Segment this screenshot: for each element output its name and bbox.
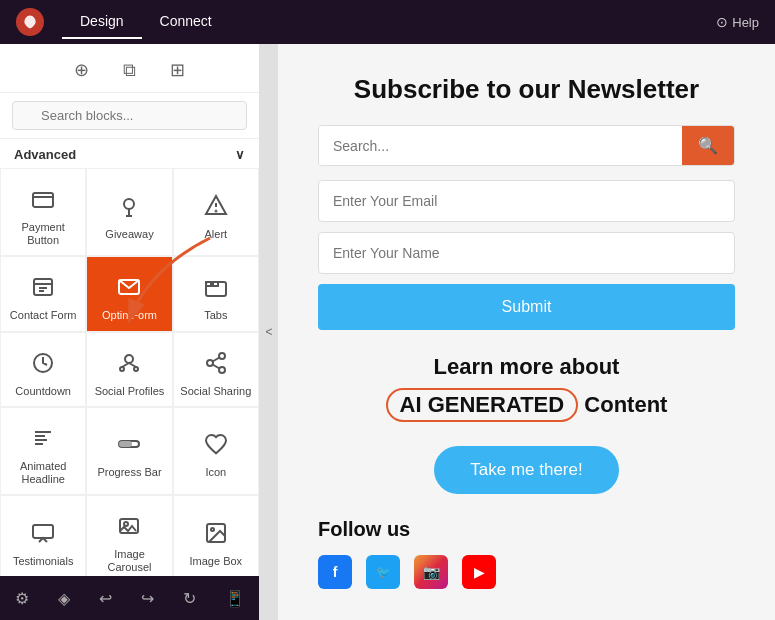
- instagram-icon[interactable]: 📷: [414, 555, 448, 589]
- tabs-label: Tabs: [204, 309, 227, 322]
- sidebar-item-image-carousel[interactable]: Image Carousel: [86, 495, 172, 576]
- sidebar-icon-strip: ⊕ ⧉ ⊞: [0, 44, 259, 93]
- search-bar: 🔍: [0, 93, 259, 139]
- sidebar-item-optin-form[interactable]: Optin Form: [86, 256, 172, 331]
- payment-button-label: Payment Button: [5, 221, 81, 247]
- testimonials-label: Testimonials: [13, 555, 74, 568]
- social-sharing-icon: [198, 345, 234, 381]
- twitter-icon[interactable]: 🐦: [366, 555, 400, 589]
- sidebar-bottom-toolbar: ⚙ ◈ ↩ ↪ ↻ 📱: [0, 576, 259, 620]
- svg-rect-0: [33, 193, 53, 207]
- svg-rect-23: [119, 441, 132, 447]
- social-profiles-icon: [111, 345, 147, 381]
- svg-point-2: [124, 199, 134, 209]
- newsletter-title: Subscribe to our Newsletter: [318, 74, 735, 105]
- main-layout: ⊕ ⧉ ⊞ 🔍 Advanced ∨ Payment Button: [0, 44, 775, 620]
- alert-label: Alert: [205, 228, 228, 241]
- settings-icon[interactable]: ⚙: [5, 583, 39, 614]
- search-button-icon: 🔍: [698, 137, 718, 154]
- svg-point-26: [124, 522, 128, 526]
- name-input[interactable]: [318, 232, 735, 274]
- facebook-icon[interactable]: f: [318, 555, 352, 589]
- sidebar-collapse-button[interactable]: <: [260, 44, 278, 620]
- sidebar-item-progress-bar[interactable]: Progress Bar: [86, 407, 172, 495]
- search-blocks-input[interactable]: [12, 101, 247, 130]
- connect-tab[interactable]: Connect: [142, 5, 230, 39]
- sidebar-item-contact-form[interactable]: Contact Form: [0, 256, 86, 331]
- social-sharing-label: Social Sharing: [180, 385, 251, 398]
- social-profiles-label: Social Profiles: [95, 385, 165, 398]
- follow-us-label: Follow us: [318, 518, 735, 541]
- payment-button-icon: [25, 181, 61, 217]
- chevron-icon: ∨: [235, 147, 245, 162]
- chevron-left-icon: <: [265, 325, 272, 339]
- sidebar-item-giveaway[interactable]: Giveaway: [86, 168, 172, 256]
- sidebar-item-animated-headline[interactable]: Animated Headline: [0, 407, 86, 495]
- svg-point-17: [219, 353, 225, 359]
- ai-suffix: Content: [584, 392, 667, 417]
- blocks-grid: Payment Button Giveaway Alert: [0, 168, 259, 576]
- animated-headline-label: Animated Headline: [5, 460, 81, 486]
- svg-point-28: [211, 528, 214, 531]
- content-search-input[interactable]: [319, 126, 682, 165]
- icon-label: Icon: [205, 466, 226, 479]
- svg-line-21: [212, 357, 219, 361]
- sidebar-item-social-profiles[interactable]: Social Profiles: [86, 332, 172, 407]
- testimonials-icon: [25, 515, 61, 551]
- ai-highlight: AI GENERATED: [386, 388, 579, 422]
- sidebar-item-alert[interactable]: Alert: [173, 168, 259, 256]
- tabs-icon: [198, 269, 234, 305]
- sidebar-item-testimonials[interactable]: Testimonials: [0, 495, 86, 576]
- sidebar: ⊕ ⧉ ⊞ 🔍 Advanced ∨ Payment Button: [0, 44, 260, 620]
- sidebar-item-icon[interactable]: Icon: [173, 407, 259, 495]
- take-me-button[interactable]: Take me there!: [434, 446, 618, 494]
- sidebar-icon-grid[interactable]: ⊞: [154, 52, 202, 88]
- redo-icon[interactable]: ↪: [131, 583, 164, 614]
- svg-line-15: [122, 363, 129, 367]
- ai-line2: AI GENERATED Content: [318, 388, 735, 422]
- content-search-button[interactable]: 🔍: [682, 126, 734, 165]
- icon-block-icon: [198, 426, 234, 462]
- refresh-icon[interactable]: ↻: [173, 583, 206, 614]
- svg-rect-10: [206, 282, 226, 296]
- content-area: Subscribe to our Newsletter 🔍 Submit Lea…: [278, 44, 775, 620]
- social-icons-row: f 🐦 📷 ▶: [318, 555, 735, 589]
- layers-icon[interactable]: ◈: [48, 583, 80, 614]
- image-carousel-label: Image Carousel: [91, 548, 167, 574]
- svg-point-18: [207, 360, 213, 366]
- sidebar-item-image-box[interactable]: Image Box: [173, 495, 259, 576]
- progress-bar-icon: [111, 426, 147, 462]
- alert-icon: [198, 188, 234, 224]
- sidebar-item-tabs[interactable]: Tabs: [173, 256, 259, 331]
- sidebar-icon-home[interactable]: ⊕: [58, 52, 106, 88]
- sidebar-item-countdown[interactable]: Countdown: [0, 332, 86, 407]
- animated-headline-icon: [25, 420, 61, 456]
- svg-point-12: [125, 355, 133, 363]
- submit-button[interactable]: Submit: [318, 284, 735, 330]
- email-input[interactable]: [318, 180, 735, 222]
- giveaway-label: Giveaway: [105, 228, 153, 241]
- ai-section: Learn more about AI GENERATED Content: [318, 354, 735, 422]
- top-nav: Design Connect ⊙ Help: [0, 0, 775, 44]
- youtube-icon[interactable]: ▶: [462, 555, 496, 589]
- image-box-icon: [198, 515, 234, 551]
- nav-tabs: Design Connect: [62, 5, 230, 39]
- help-label[interactable]: ⊙ Help: [716, 14, 759, 30]
- undo-icon[interactable]: ↩: [89, 583, 122, 614]
- sidebar-icon-layers[interactable]: ⧉: [106, 52, 154, 88]
- countdown-icon: [25, 345, 61, 381]
- design-tab[interactable]: Design: [62, 5, 142, 39]
- svg-line-20: [212, 364, 219, 368]
- svg-rect-24: [33, 525, 53, 538]
- sidebar-item-social-sharing[interactable]: Social Sharing: [173, 332, 259, 407]
- progress-bar-label: Progress Bar: [97, 466, 161, 479]
- contact-form-label: Contact Form: [10, 309, 77, 322]
- sidebar-item-payment-button[interactable]: Payment Button: [0, 168, 86, 256]
- svg-point-4: [215, 210, 216, 211]
- countdown-label: Countdown: [15, 385, 71, 398]
- mobile-icon[interactable]: 📱: [215, 583, 255, 614]
- giveaway-icon: [111, 188, 147, 224]
- svg-line-16: [129, 363, 136, 367]
- svg-point-14: [134, 367, 138, 371]
- image-box-label: Image Box: [190, 555, 243, 568]
